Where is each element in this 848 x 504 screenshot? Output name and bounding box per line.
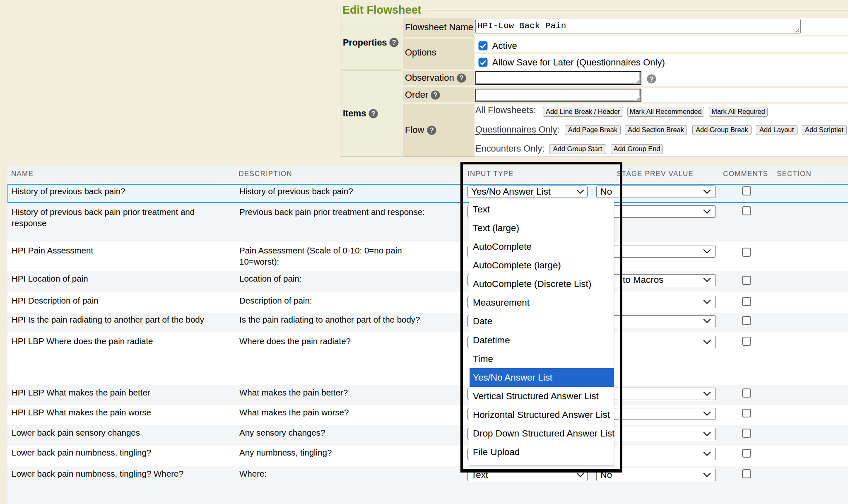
svg-text:?: ? [459, 74, 463, 82]
svg-text:?: ? [649, 75, 653, 83]
svg-text:?: ? [429, 126, 434, 134]
svg-text:?: ? [371, 110, 376, 117]
svg-text:?: ? [434, 91, 438, 99]
svg-text:?: ? [392, 39, 396, 46]
